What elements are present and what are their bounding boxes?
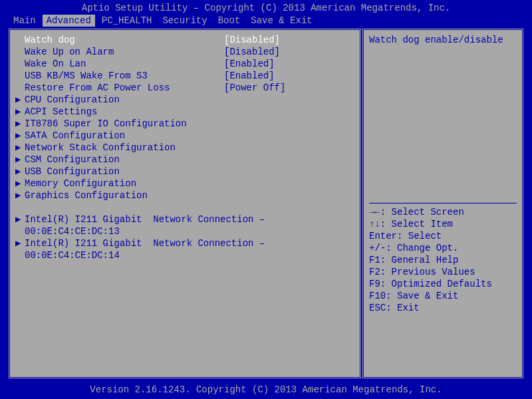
submenu-csm[interactable]: ▶ CSM Configuration xyxy=(15,154,354,166)
tab-save-exit[interactable]: Save & Exit xyxy=(247,15,316,27)
blank-icon xyxy=(15,249,25,261)
setting-value: [Disabled] xyxy=(224,34,280,46)
nic-mac-0: 00:0E:C4:CE:DC:13 xyxy=(15,225,354,237)
nic-label: Intel(R) I211 Gigabit Network Connection… xyxy=(25,237,354,249)
tab-security[interactable]: Security xyxy=(158,15,211,27)
help-key-row: →←: Select Screen xyxy=(369,206,517,218)
help-key-row: ESC: Exit xyxy=(369,302,517,314)
setting-wake-on-alarm[interactable]: Wake Up on Alarm [Disabled] xyxy=(15,46,354,58)
divider xyxy=(369,203,517,203)
help-key-row: F1: General Help xyxy=(369,254,517,266)
blank-row xyxy=(15,201,354,213)
nic-mac-1: 00:0E:C4:CE:DC:14 xyxy=(15,249,354,261)
triangle-right-icon: ▶ xyxy=(15,106,25,118)
help-keys: →←: Select Screen ↑↓: Select Item Enter:… xyxy=(369,206,517,314)
setting-wake-on-lan[interactable]: Wake On Lan [Enabled] xyxy=(15,58,354,70)
nic-mac: 00:0E:C4:CE:DC:14 xyxy=(25,249,224,261)
triangle-right-icon: ▶ xyxy=(15,142,25,154)
tab-bar: Main Advanced PC_HEALTH Security Boot Sa… xyxy=(0,15,532,29)
setting-restore-ac[interactable]: Restore From AC Power Loss [Power Off] xyxy=(15,82,354,94)
setting-value: [Enabled] xyxy=(224,70,275,82)
blank-icon xyxy=(15,58,25,70)
submenu-label: Network Stack Configuration xyxy=(25,142,224,154)
setting-value: [Power Off] xyxy=(224,82,285,94)
submenu-network-stack[interactable]: ▶ Network Stack Configuration xyxy=(15,142,354,154)
blank-icon xyxy=(15,46,25,58)
help-panel: Watch dog enable/disable →←: Select Scre… xyxy=(363,29,523,378)
nic-mac: 00:0E:C4:CE:DC:13 xyxy=(25,225,224,237)
submenu-memory[interactable]: ▶ Memory Configuration xyxy=(15,178,354,190)
tab-advanced[interactable]: Advanced xyxy=(43,15,95,27)
setting-watch-dog[interactable]: Watch dog [Disabled] xyxy=(15,34,354,46)
setting-label: Wake Up on Alarm xyxy=(25,46,224,58)
triangle-right-icon: ▶ xyxy=(15,190,25,201)
blank-icon xyxy=(15,82,25,94)
submenu-label: Graphics Configuration xyxy=(25,190,224,201)
help-text: Watch dog enable/disable xyxy=(369,34,517,200)
submenu-sata[interactable]: ▶ SATA Configuration xyxy=(15,130,354,142)
setting-value: [Enabled] xyxy=(224,58,275,70)
submenu-graphics[interactable]: ▶ Graphics Configuration xyxy=(15,190,354,201)
triangle-right-icon: ▶ xyxy=(15,166,25,178)
tab-main[interactable]: Main xyxy=(9,15,40,27)
body-area: Watch dog [Disabled] Wake Up on Alarm [D… xyxy=(0,29,532,382)
setting-value: [Disabled] xyxy=(224,46,280,58)
submenu-nic-0[interactable]: ▶ Intel(R) I211 Gigabit Network Connecti… xyxy=(15,213,354,225)
title-bar: Aptio Setup Utility – Copyright (C) 2013… xyxy=(0,0,532,15)
blank-icon xyxy=(15,225,25,237)
submenu-label: CPU Configuration xyxy=(25,94,224,106)
bios-frame: Aptio Setup Utility – Copyright (C) 2013… xyxy=(0,0,532,399)
help-key-row: F2: Previous Values xyxy=(369,266,517,278)
setting-label: USB KB/MS Wake From S3 xyxy=(25,70,224,82)
help-key-row: Enter: Select xyxy=(369,230,517,242)
setting-label: Wake On Lan xyxy=(25,58,224,70)
submenu-label: USB Configuration xyxy=(25,166,224,178)
submenu-label: IT8786 Super IO Configuration xyxy=(25,118,224,130)
help-key-row: ↑↓: Select Item xyxy=(369,218,517,230)
blank-icon xyxy=(15,34,25,46)
submenu-nic-1[interactable]: ▶ Intel(R) I211 Gigabit Network Connecti… xyxy=(15,237,354,249)
triangle-right-icon: ▶ xyxy=(15,237,25,249)
nic-label: Intel(R) I211 Gigabit Network Connection… xyxy=(25,213,354,225)
setting-label: Watch dog xyxy=(25,34,224,46)
triangle-right-icon: ▶ xyxy=(15,154,25,166)
help-key-row: F10: Save & Exit xyxy=(369,290,517,302)
tab-pc-health[interactable]: PC_HEALTH xyxy=(98,15,156,27)
help-key-row: +/-: Change Opt. xyxy=(369,242,517,254)
triangle-right-icon: ▶ xyxy=(15,178,25,190)
tab-boot[interactable]: Boot xyxy=(214,15,245,27)
blank-icon xyxy=(15,70,25,82)
triangle-right-icon: ▶ xyxy=(15,118,25,130)
submenu-label: Memory Configuration xyxy=(25,178,224,190)
submenu-acpi[interactable]: ▶ ACPI Settings xyxy=(15,106,354,118)
setting-usb-wake-s3[interactable]: USB KB/MS Wake From S3 [Enabled] xyxy=(15,70,354,82)
footer-bar: Version 2.16.1243. Copyright (C) 2013 Am… xyxy=(0,382,532,399)
triangle-right-icon: ▶ xyxy=(15,130,25,142)
submenu-label: ACPI Settings xyxy=(25,106,224,118)
submenu-label: CSM Configuration xyxy=(25,154,224,166)
submenu-superio[interactable]: ▶ IT8786 Super IO Configuration xyxy=(15,118,354,130)
triangle-right-icon: ▶ xyxy=(15,213,25,225)
submenu-label: SATA Configuration xyxy=(25,130,224,142)
submenu-cpu[interactable]: ▶ CPU Configuration xyxy=(15,94,354,106)
help-key-row: F9: Optimized Defaults xyxy=(369,278,517,290)
triangle-right-icon: ▶ xyxy=(15,94,25,106)
setting-label: Restore From AC Power Loss xyxy=(25,82,224,94)
settings-panel: Watch dog [Disabled] Wake Up on Alarm [D… xyxy=(9,29,360,378)
submenu-usb[interactable]: ▶ USB Configuration xyxy=(15,166,354,178)
